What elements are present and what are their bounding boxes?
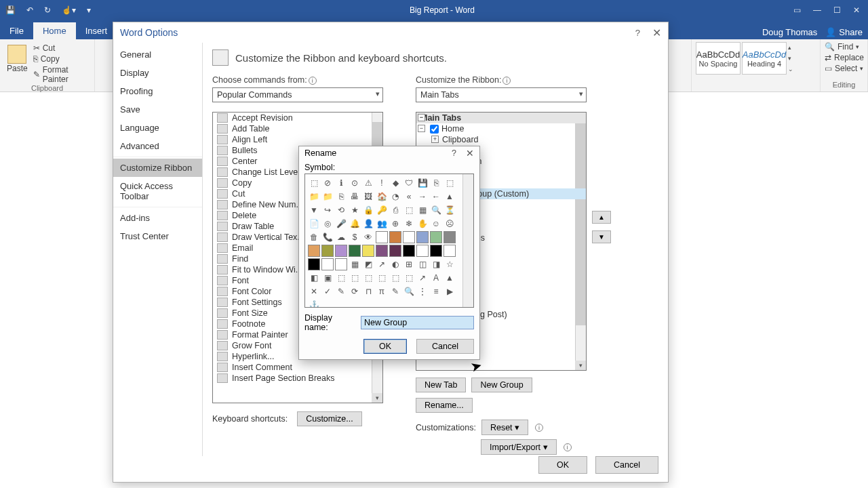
symbol-option[interactable]: ⏳ — [443, 204, 456, 216]
command-item[interactable]: Insert Comment — [213, 362, 382, 373]
symbol-option[interactable]: ⊕ — [389, 218, 401, 230]
move-down-button[interactable]: ▼ — [592, 230, 611, 243]
customize-ribbon-dropdown[interactable]: Main Tabs — [416, 87, 587, 102]
symbol-option[interactable]: → — [416, 190, 429, 203]
maximize-icon[interactable]: ☐ — [833, 5, 841, 15]
symbol-option[interactable]: ⊙ — [349, 177, 361, 189]
tab-home[interactable]: Home — [33, 22, 76, 39]
symbol-option[interactable]: ◐ — [389, 258, 401, 270]
symbol-option[interactable]: ◎ — [321, 218, 334, 230]
options-cancel-button[interactable]: Cancel — [595, 456, 658, 474]
sidebar-item-language[interactable]: Language — [113, 119, 202, 137]
symbol-option[interactable]: ▲ — [443, 190, 456, 203]
symbol-color-option[interactable] — [349, 245, 361, 257]
symbol-option[interactable]: ✋ — [416, 218, 429, 230]
reset-button[interactable]: Reset ▾ — [481, 420, 528, 435]
symbol-color-option[interactable] — [389, 231, 401, 243]
symbol-option[interactable]: ◔ — [389, 190, 401, 203]
symbol-option[interactable]: ◧ — [308, 272, 320, 284]
options-ok-button[interactable]: OK — [538, 456, 587, 474]
scroll-down-icon[interactable]: ▾ — [575, 361, 586, 370]
symbol-option[interactable]: ✎ — [389, 285, 401, 298]
close-icon[interactable]: ✕ — [652, 26, 661, 39]
sidebar-item-display[interactable]: Display — [113, 64, 202, 82]
symbol-option[interactable]: 📁 — [308, 190, 320, 203]
symbol-option[interactable]: ≡ — [430, 285, 442, 298]
expand-icon[interactable]: − — [418, 125, 425, 132]
symbol-option[interactable]: 🖶 — [349, 190, 361, 203]
symbol-color-option[interactable] — [335, 245, 347, 257]
symbol-color-option[interactable] — [430, 245, 442, 257]
symbol-option[interactable]: ⚓ — [308, 299, 320, 308]
redo-icon[interactable]: ↻ — [44, 5, 51, 15]
sidebar-item-quick-access-toolbar[interactable]: Quick Access Toolbar — [113, 177, 202, 205]
tree-item[interactable]: −Main Tabs — [416, 113, 586, 123]
find-button[interactable]: 🔍Find▾ — [825, 42, 863, 52]
symbol-option[interactable]: « — [403, 190, 415, 203]
symbol-option[interactable]: ◨ — [430, 258, 442, 270]
symbol-option[interactable]: 📁 — [321, 190, 334, 203]
sidebar-item-add-ins[interactable]: Add-ins — [113, 209, 202, 227]
symbol-option[interactable]: ▣ — [321, 272, 334, 284]
close-icon[interactable]: ✕ — [853, 5, 860, 15]
symbol-option[interactable]: ▲ — [443, 272, 456, 284]
tree-item[interactable]: +Clipboard — [416, 134, 586, 145]
close-icon[interactable]: ✕ — [466, 148, 474, 159]
symbol-color-option[interactable] — [308, 258, 320, 270]
symbol-option[interactable]: ⊓ — [362, 285, 374, 298]
symbol-option[interactable]: ◫ — [416, 258, 429, 270]
user-name[interactable]: Doug Thomas — [762, 27, 817, 37]
symbol-option[interactable]: ↪ — [321, 204, 334, 216]
choose-commands-dropdown[interactable]: Popular Commands — [212, 87, 383, 102]
symbol-option[interactable]: ❄ — [403, 218, 415, 230]
command-item[interactable]: Align Left — [213, 134, 382, 145]
symbol-option[interactable]: ↗ — [376, 258, 388, 270]
symbol-option[interactable]: ⊘ — [321, 177, 334, 189]
symbol-option[interactable]: ← — [430, 190, 442, 203]
symbol-option[interactable]: ⬚ — [308, 177, 320, 189]
help-icon[interactable]: ? — [452, 148, 456, 158]
symbol-option[interactable]: 📞 — [321, 231, 334, 243]
symbol-option[interactable]: A — [430, 272, 442, 284]
symbol-option[interactable]: ☹ — [443, 218, 456, 230]
symbol-option[interactable]: 🖼 — [362, 190, 374, 203]
symbol-color-option[interactable] — [430, 231, 442, 243]
style-heading4[interactable]: AaBbCcDd Heading 4 — [742, 42, 787, 75]
symbol-color-option[interactable] — [308, 245, 320, 257]
style-no-spacing[interactable]: AaBbCcDd No Spacing — [696, 42, 741, 75]
symbol-color-option[interactable] — [416, 245, 429, 257]
symbol-color-option[interactable] — [403, 231, 415, 243]
symbol-option[interactable]: 🔔 — [349, 218, 361, 230]
symbol-option[interactable]: ⬚ — [349, 272, 361, 284]
symbol-option[interactable]: 📄 — [308, 218, 320, 230]
symbol-option[interactable]: 💾 — [416, 177, 429, 189]
symbol-option[interactable]: ☺ — [430, 218, 442, 230]
collapse-icon[interactable]: − — [418, 114, 425, 121]
symbol-color-option[interactable] — [443, 245, 456, 257]
symbol-option[interactable]: ▶ — [443, 285, 456, 298]
symbol-option[interactable]: ☁ — [335, 231, 347, 243]
keyboard-customize-button[interactable]: Customize... — [297, 411, 361, 426]
symbol-option[interactable]: 🛡 — [403, 177, 415, 189]
cut-button[interactable]: ✂Cut — [33, 43, 90, 53]
symbol-color-option[interactable] — [416, 231, 429, 243]
select-button[interactable]: ▭Select▾ — [825, 64, 863, 73]
symbol-color-option[interactable] — [376, 245, 388, 257]
new-group-button[interactable]: New Group — [471, 378, 532, 392]
replace-button[interactable]: ⇄Replace — [825, 53, 863, 62]
tab-file[interactable]: File — [0, 22, 33, 39]
symbol-color-option[interactable] — [321, 258, 334, 270]
command-item[interactable]: Accept Revision — [213, 113, 382, 123]
symbol-option[interactable]: 🗑 — [308, 231, 320, 243]
symbol-option[interactable]: ⎘ — [335, 190, 347, 203]
symbol-option[interactable]: $ — [349, 231, 361, 243]
symbol-option[interactable]: 👥 — [376, 218, 388, 230]
info-icon[interactable]: i — [564, 443, 572, 451]
symbol-option[interactable]: 🔍 — [430, 204, 442, 216]
symbol-option[interactable]: ⬚ — [403, 272, 415, 284]
symbol-option[interactable]: 🔒 — [362, 204, 374, 216]
symbol-option[interactable]: ⟳ — [349, 285, 361, 298]
symbol-option[interactable]: ⋮ — [416, 285, 429, 298]
styles-gallery-arrows[interactable]: ▴▾⌄ — [788, 42, 799, 75]
symbol-option[interactable]: ↗ — [416, 272, 429, 284]
